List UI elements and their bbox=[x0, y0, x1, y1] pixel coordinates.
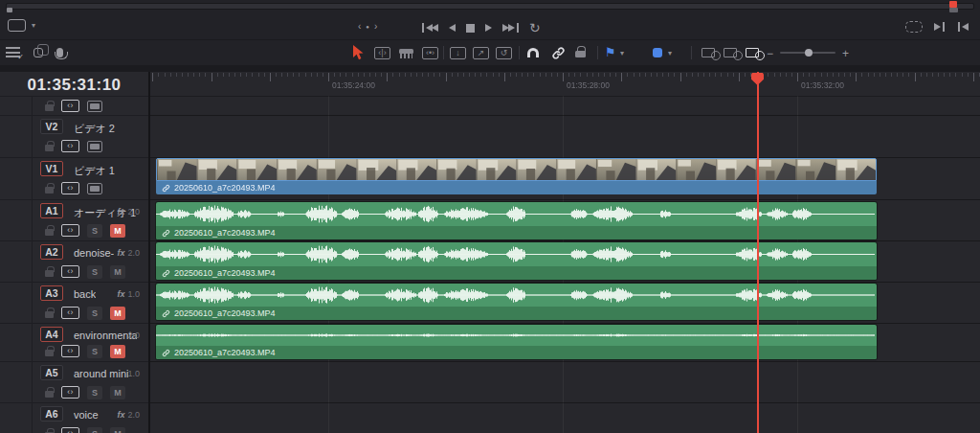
mute-button[interactable]: M bbox=[110, 265, 125, 279]
first-frame-button[interactable] bbox=[422, 23, 438, 33]
lock-icon[interactable] bbox=[45, 183, 54, 194]
zoom-slider-thumb[interactable] bbox=[805, 49, 813, 57]
track-header-v3-partial[interactable]: ‹› bbox=[0, 96, 148, 115]
track-header-a1[interactable]: A1 オーディオ 1 fx2.0 ‹› S M bbox=[0, 199, 148, 240]
voice-isolation-mic-icon[interactable] bbox=[56, 48, 63, 57]
timeline-scroll-strip[interactable] bbox=[0, 0, 980, 12]
zoom-slider[interactable] bbox=[780, 52, 835, 54]
mute-button[interactable]: M bbox=[110, 224, 125, 238]
loop-selection-button[interactable] bbox=[905, 21, 923, 33]
insert-clip-button[interactable]: ↓ bbox=[450, 47, 466, 59]
track-destination-badge[interactable]: A5 bbox=[40, 365, 63, 380]
auto-select-icon[interactable]: ‹› bbox=[61, 224, 79, 237]
solo-button[interactable]: S bbox=[87, 386, 102, 399]
lock-icon[interactable] bbox=[45, 387, 54, 398]
marker-dropdown-chevron-icon[interactable]: ▾ bbox=[668, 50, 672, 57]
auto-select-icon[interactable]: ‹› bbox=[61, 100, 79, 112]
fx-badge[interactable]: fx bbox=[117, 410, 124, 420]
auto-select-icon[interactable]: ‹› bbox=[61, 265, 79, 278]
track-header-a6[interactable]: A6 voice fx2.0 ‹› S M bbox=[0, 402, 148, 433]
track-destination-badge[interactable]: V2 bbox=[40, 119, 63, 134]
track-name[interactable]: around mini bbox=[74, 368, 128, 379]
audio-clip-a2[interactable]: 20250610_a7c20493.MP4 bbox=[156, 242, 877, 280]
scroll-track[interactable] bbox=[6, 3, 974, 10]
last-frame-button[interactable] bbox=[502, 23, 519, 33]
mute-button[interactable]: M bbox=[110, 307, 125, 320]
zoom-custom-button[interactable] bbox=[746, 46, 767, 60]
flag-button[interactable]: ⚑ bbox=[605, 46, 616, 58]
solo-button[interactable]: S bbox=[87, 345, 102, 358]
marker-button[interactable] bbox=[653, 48, 662, 57]
track-header-v2[interactable]: V2 ビデオ 2 ‹› bbox=[0, 115, 148, 157]
solo-button[interactable]: S bbox=[87, 265, 102, 279]
linked-selection-button[interactable] bbox=[551, 46, 566, 60]
track-header-a5[interactable]: A5 around mini 1.0 ‹› S M bbox=[0, 361, 148, 402]
audio-clip-a3[interactable]: 20250610_a7c20493.MP4 bbox=[156, 284, 877, 320]
lock-icon[interactable] bbox=[45, 308, 54, 318]
play-button[interactable] bbox=[485, 24, 492, 32]
play-to-out-button[interactable] bbox=[934, 22, 945, 32]
track-destination-badge[interactable]: A1 bbox=[40, 203, 63, 218]
fx-badge[interactable]: fx bbox=[117, 289, 124, 299]
trim-edit-mode-button[interactable]: ‹|› bbox=[374, 47, 390, 59]
track-header-a2[interactable]: A2 denoise- fx2.0 ‹› S M bbox=[0, 240, 148, 282]
loop-button[interactable]: ↻ bbox=[529, 21, 541, 34]
auto-select-icon[interactable]: ‹› bbox=[61, 182, 79, 194]
film-frame-icon[interactable] bbox=[87, 183, 102, 194]
stop-button[interactable] bbox=[466, 24, 475, 33]
zoom-in-button[interactable]: + bbox=[842, 48, 849, 59]
video-clip[interactable]: 20250610_a7c20493.MP4 bbox=[156, 158, 877, 194]
lock-icon[interactable] bbox=[45, 266, 54, 277]
track-destination-badge[interactable]: V1 bbox=[40, 161, 63, 176]
zoom-full-extent-button[interactable] bbox=[702, 46, 723, 60]
flag-dropdown-chevron-icon[interactable]: ▾ bbox=[620, 50, 624, 57]
timeline-view-options-icon[interactable]: ✓ bbox=[6, 47, 20, 57]
film-frame-icon[interactable] bbox=[87, 141, 102, 152]
overwrite-clip-button[interactable]: ↗ bbox=[473, 47, 489, 59]
playhead-line[interactable] bbox=[757, 72, 759, 433]
position-lock-button[interactable] bbox=[575, 46, 586, 58]
go-to-in-button[interactable] bbox=[958, 22, 969, 32]
track-name[interactable]: back bbox=[74, 288, 96, 300]
track-destination-badge[interactable]: A6 bbox=[40, 406, 63, 422]
track-destination-badge[interactable]: A2 bbox=[40, 244, 63, 260]
track-name[interactable]: voice bbox=[74, 409, 99, 421]
dynamic-trim-button[interactable]: ‹•› bbox=[422, 47, 438, 59]
selection-mode-button[interactable] bbox=[352, 45, 365, 60]
fx-badge[interactable]: fx bbox=[117, 207, 124, 216]
track-name[interactable]: ビデオ 2 bbox=[74, 122, 115, 136]
lock-icon[interactable] bbox=[45, 225, 54, 236]
lock-icon[interactable] bbox=[45, 428, 54, 433]
snapping-button[interactable] bbox=[527, 48, 539, 57]
track-header-a3[interactable]: A3 back fx1.0 ‹› S M bbox=[0, 282, 148, 323]
track-destination-badge[interactable]: A4 bbox=[40, 327, 63, 342]
replace-clip-button[interactable]: ↺ bbox=[496, 47, 512, 59]
auto-select-icon[interactable]: ‹› bbox=[61, 345, 79, 357]
track-name[interactable]: denoise- bbox=[74, 247, 114, 259]
track-destination-badge[interactable]: A3 bbox=[40, 285, 63, 301]
track-header-v1[interactable]: V1 ビデオ 1 ‹› bbox=[0, 157, 148, 199]
audio-clip-a4[interactable]: 20250610_a7c20493.MP4 bbox=[156, 325, 877, 359]
ruler-ticks[interactable] bbox=[150, 73, 980, 86]
solo-button[interactable]: S bbox=[87, 427, 102, 433]
mute-button[interactable]: M bbox=[110, 345, 125, 358]
solo-button[interactable]: S bbox=[87, 307, 102, 320]
play-reverse-button[interactable] bbox=[449, 24, 456, 32]
track-name[interactable]: ビデオ 1 bbox=[74, 164, 115, 178]
razor-mode-button[interactable] bbox=[399, 48, 413, 59]
jog-right-icon[interactable]: › bbox=[374, 21, 377, 32]
timeline-area[interactable]: 01:35:24:0001:35:28:0001:35:32:00 202506… bbox=[150, 72, 980, 433]
lock-icon[interactable] bbox=[45, 101, 54, 111]
auto-select-icon[interactable]: ‹› bbox=[61, 386, 79, 399]
auto-select-icon[interactable]: ‹› bbox=[61, 427, 79, 433]
chevron-down-icon[interactable]: ▾ bbox=[32, 22, 35, 30]
fx-badge[interactable]: fx bbox=[117, 248, 124, 258]
zoom-detail-button[interactable] bbox=[724, 46, 745, 60]
timeline-view-button[interactable]: ▾ bbox=[8, 19, 35, 32]
mute-button[interactable]: M bbox=[110, 427, 125, 433]
auto-select-icon[interactable]: ‹› bbox=[61, 140, 79, 152]
jog-left-icon[interactable]: ‹ bbox=[358, 21, 361, 32]
jog-control[interactable]: ‹ ● › bbox=[358, 21, 377, 32]
zoom-slider-track[interactable] bbox=[780, 52, 835, 54]
film-frame-icon[interactable] bbox=[87, 101, 102, 112]
